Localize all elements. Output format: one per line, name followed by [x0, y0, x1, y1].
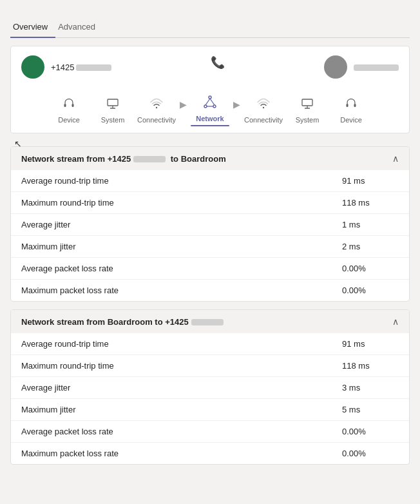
- participant-right-sub: [354, 63, 399, 71]
- row-value: 0.00%: [332, 421, 409, 443]
- row-value: 0.00%: [332, 258, 409, 280]
- row-label: Maximum round-trip time: [11, 192, 332, 214]
- section-stream1: Network stream from +1425 to Boardroom ∧…: [10, 146, 410, 302]
- net-icon-device-right[interactable]: Device: [329, 97, 373, 124]
- net-icon-device-left[interactable]: Device: [47, 97, 91, 124]
- connectivity-left-label: Connectivity: [137, 116, 176, 124]
- device-right-label: Device: [340, 116, 362, 124]
- table-row: Average round-trip time 91 ms: [11, 333, 409, 355]
- svg-rect-12: [347, 104, 348, 107]
- svg-point-10: [263, 107, 264, 108]
- table-row: Average jitter 1 ms: [11, 214, 409, 236]
- svg-rect-11: [302, 99, 312, 106]
- svg-point-6: [213, 105, 216, 108]
- arrow-right-icon: ▶: [180, 99, 187, 121]
- section-stream2-table: Average round-trip time 91 ms Maximum ro…: [11, 333, 409, 464]
- row-label: Maximum packet loss rate: [11, 280, 332, 302]
- table-row: Average jitter 3 ms: [11, 377, 409, 399]
- system-left-icon: [106, 97, 120, 114]
- participant-left-info: +1425: [51, 63, 111, 72]
- section-stream2-title: Network stream from Boardroom to +1425: [21, 317, 224, 327]
- participant-left: +1425: [21, 55, 111, 79]
- row-value: 118 ms: [332, 192, 409, 214]
- participant-left-number: +1425: [51, 63, 111, 72]
- table-row: Maximum packet loss rate 0.00%: [11, 443, 409, 465]
- connectivity-right-label: Connectivity: [244, 116, 283, 124]
- network-icon: [202, 94, 218, 113]
- arrow-right-icon-2: ▶: [233, 99, 240, 121]
- call-card: +1425 📞: [10, 46, 410, 133]
- row-value: 0.00%: [332, 280, 409, 302]
- table-row: Maximum jitter 2 ms: [11, 236, 409, 258]
- call-participants: +1425 📞: [21, 55, 399, 79]
- svg-point-4: [209, 96, 211, 99]
- row-value: 118 ms: [332, 355, 409, 377]
- participant-right: [324, 55, 399, 79]
- row-value: 3 ms: [332, 377, 409, 399]
- system-right-label: System: [296, 116, 320, 124]
- table-row: Maximum round-trip time 118 ms: [11, 192, 409, 214]
- svg-point-3: [156, 107, 157, 108]
- table-row: Average round-trip time 91 ms: [11, 170, 409, 192]
- section-stream1-header[interactable]: Network stream from +1425 to Boardroom ∧: [11, 147, 409, 170]
- table-row: Average packet loss rate 0.00%: [11, 421, 409, 443]
- svg-rect-0: [64, 104, 66, 107]
- device-left-label: Device: [58, 116, 80, 124]
- phone-icon: 📞: [211, 55, 225, 70]
- table-row: Maximum jitter 5 ms: [11, 399, 409, 421]
- device-right-icon: [344, 97, 358, 114]
- system-right-icon: [300, 97, 314, 114]
- row-label: Average packet loss rate: [11, 421, 332, 443]
- row-label: Maximum jitter: [11, 399, 332, 421]
- section-stream1-chevron: ∧: [392, 153, 399, 164]
- connectivity-left-icon: [149, 97, 164, 114]
- call-center: 📞: [211, 55, 225, 72]
- network-icons-row: Device System: [21, 88, 399, 126]
- row-label: Maximum jitter: [11, 236, 332, 258]
- system-left-label: System: [101, 116, 125, 124]
- network-active-underline: [191, 125, 229, 126]
- participant-right-info: [354, 63, 399, 71]
- table-row: Maximum round-trip time 118 ms: [11, 355, 409, 377]
- cursor-area: ↖: [10, 141, 410, 146]
- tab-overview[interactable]: Overview: [10, 18, 55, 38]
- row-value: 1 ms: [332, 214, 409, 236]
- tab-advanced[interactable]: Advanced: [55, 18, 103, 38]
- row-label: Maximum packet loss rate: [11, 443, 332, 465]
- row-value: 0.00%: [332, 443, 409, 465]
- row-label: Average round-trip time: [11, 170, 332, 192]
- net-icon-system-left[interactable]: System: [91, 97, 135, 124]
- section-stream1-table: Average round-trip time 91 ms Maximum ro…: [11, 170, 409, 301]
- section-stream2-header[interactable]: Network stream from Boardroom to +1425 ∧: [11, 310, 409, 333]
- row-label: Average round-trip time: [11, 333, 332, 355]
- section-stream2-chevron: ∧: [392, 316, 399, 327]
- svg-rect-2: [108, 99, 118, 106]
- row-value: 2 ms: [332, 236, 409, 258]
- svg-point-5: [204, 105, 207, 108]
- net-icon-connectivity-left[interactable]: Connectivity: [135, 97, 178, 124]
- svg-line-7: [205, 99, 210, 105]
- page-wrapper: Overview Advanced +1425 📞: [0, 0, 420, 504]
- svg-rect-13: [354, 104, 356, 107]
- net-icon-connectivity-right[interactable]: Connectivity: [242, 97, 285, 124]
- avatar-left: [21, 55, 44, 79]
- row-label: Average jitter: [11, 214, 332, 236]
- connectivity-right-icon: [256, 97, 271, 114]
- row-value: 91 ms: [332, 170, 409, 192]
- table-row: Maximum packet loss rate 0.00%: [11, 280, 409, 302]
- network-label: Network: [196, 115, 224, 122]
- row-label: Average jitter: [11, 377, 332, 399]
- tabs-bar: Overview Advanced: [10, 18, 410, 38]
- avatar-right: [324, 55, 347, 79]
- svg-rect-1: [72, 104, 74, 107]
- row-label: Average packet loss rate: [11, 258, 332, 280]
- row-label: Maximum round-trip time: [11, 355, 332, 377]
- row-value: 91 ms: [332, 333, 409, 355]
- svg-line-8: [210, 99, 215, 105]
- net-icon-system-right[interactable]: System: [285, 97, 329, 124]
- device-left-icon: [62, 97, 76, 114]
- table-row: Average packet loss rate 0.00%: [11, 258, 409, 280]
- net-icon-network[interactable]: Network: [188, 94, 232, 126]
- section-stream2: Network stream from Boardroom to +1425 ∧…: [10, 309, 410, 465]
- section-stream1-title: Network stream from +1425 to Boardroom: [21, 154, 226, 164]
